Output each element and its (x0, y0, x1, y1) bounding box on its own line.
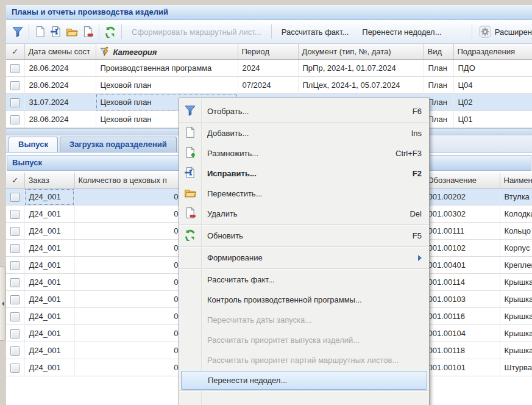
cell-name[interactable]: Крышка (500, 342, 532, 359)
edit-document-icon[interactable] (48, 24, 64, 40)
cell-date[interactable]: 28.06.2024 (24, 60, 96, 77)
cell-designation[interactable]: 001.00116 (424, 308, 500, 325)
cell-order[interactable]: Д24_001 (24, 291, 74, 308)
column-header-designation[interactable]: Обозначение (424, 173, 500, 188)
cell-date[interactable]: 28.06.2024 (24, 77, 96, 94)
cell-qty[interactable]: 0 (74, 257, 183, 274)
cell-qty[interactable]: 0 (74, 188, 183, 206)
menu-item-filter[interactable]: Отобрать...F6 (179, 101, 429, 121)
row-checkbox[interactable] (10, 227, 20, 236)
column-header-period[interactable]: Период (238, 44, 298, 60)
cell-designation[interactable]: 001.00118 (424, 342, 500, 359)
column-header-name[interactable]: Наименование (500, 173, 532, 188)
cell-designation[interactable]: 001.00104 (424, 325, 500, 342)
cell-name[interactable]: Крепление (500, 257, 532, 274)
cell-document[interactable]: ПлЦех, 2024-1, 05.07.2024 (298, 77, 424, 94)
cell-order[interactable]: Д24_001 (24, 240, 74, 257)
column-header-date[interactable]: Дата смены сост (24, 44, 96, 60)
refresh-icon[interactable] (102, 24, 118, 40)
add-document-icon[interactable] (32, 24, 48, 40)
cell-date[interactable]: 28.06.2024 (24, 111, 96, 128)
row-checkbox[interactable] (10, 115, 20, 124)
extended-button[interactable]: Расширен (469, 24, 532, 39)
column-header-division[interactable]: Подразделения (453, 44, 532, 60)
cell-name[interactable]: Штурвал (500, 359, 532, 376)
cell-period[interactable]: 2024 (238, 60, 298, 77)
cell-name[interactable]: Кольцо (500, 223, 532, 240)
cell-name[interactable]: Крышка (500, 291, 532, 308)
menu-item-duplicate[interactable]: Размножить...Ctrl+F3 (179, 143, 429, 163)
cell-designation[interactable]: 001.00102 (424, 240, 500, 257)
cell-order[interactable]: Д24_001 (24, 342, 74, 359)
cell-designation[interactable]: 001.00401 (424, 257, 500, 274)
cell-qty[interactable]: 0 (74, 342, 183, 359)
row-checkbox[interactable] (10, 346, 20, 356)
column-header-kind[interactable]: Вид (424, 44, 453, 60)
column-header-qty[interactable]: Количество в цеховых п (74, 173, 183, 188)
cell-name[interactable]: Корпус (500, 240, 532, 257)
cell-qty[interactable]: 0 (74, 325, 183, 342)
menu-item-move[interactable]: Переместить... (179, 184, 429, 204)
cell-division[interactable]: Ц04 (453, 77, 532, 94)
column-header-check[interactable]: ✓ (6, 44, 24, 60)
row-checkbox[interactable] (10, 364, 20, 373)
menu-item-add[interactable]: Добавить...Ins (179, 123, 429, 143)
cell-qty[interactable]: 0 (74, 206, 183, 223)
cell-order[interactable]: Д24_001 (24, 308, 74, 325)
menu-item-control-production-program[interactable]: Контроль производственной программы... (179, 290, 429, 310)
delete-document-icon[interactable] (80, 24, 96, 40)
cell-name[interactable]: Крышка (500, 308, 532, 325)
cell-order[interactable]: Д24_001 (24, 274, 74, 291)
row-checkbox[interactable] (10, 278, 20, 287)
cell-designation[interactable]: 001.00202 (424, 188, 500, 206)
row-checkbox[interactable] (10, 64, 20, 73)
cell-order[interactable]: Д24_001 (24, 188, 74, 206)
row-checkbox[interactable] (10, 81, 20, 90)
cell-division[interactable]: ПДО (453, 60, 532, 77)
menu-item-carry-over-shortfall[interactable]: Перенести недодел... (181, 371, 427, 390)
cell-designation[interactable]: 001.00302 (424, 206, 500, 223)
cell-kind[interactable]: План (424, 77, 453, 94)
cell-designation[interactable]: 001.00103 (424, 291, 500, 308)
cell-name[interactable]: Крышка (500, 274, 532, 291)
row-checkbox[interactable] (10, 98, 20, 107)
cell-order[interactable]: Д24_001 (24, 206, 74, 223)
cell-qty[interactable]: 0 (74, 359, 183, 376)
cell-designation[interactable]: 001.00101 (424, 359, 500, 376)
row-checkbox[interactable] (10, 193, 20, 202)
carry-over-shortfall-button[interactable]: Перенести недодел... (355, 25, 448, 39)
row-checkbox[interactable] (10, 295, 20, 304)
column-header-check[interactable]: ✓ (6, 173, 24, 188)
column-header-category[interactable]: Категория (96, 44, 238, 60)
cell-division[interactable]: Ц01 (453, 111, 532, 128)
cell-name[interactable]: Колодка (500, 206, 532, 223)
cell-date[interactable]: 31.07.2024 (24, 94, 96, 111)
row-checkbox[interactable] (10, 210, 20, 219)
collapse-panel-splitter[interactable] (0, 267, 6, 341)
cell-name[interactable]: Крышка (500, 325, 532, 342)
cell-order[interactable]: Д24_001 (24, 325, 74, 342)
menu-item-edit[interactable]: Исправить...F2 (179, 163, 429, 184)
cell-period[interactable]: 07/2024 (238, 77, 298, 94)
cell-document[interactable]: ПрПр, 2024-1, 01.07.2024 (298, 60, 424, 77)
tab-vypusk[interactable]: Выпуск (9, 137, 58, 152)
move-folder-icon[interactable] (64, 24, 80, 40)
column-header-document[interactable]: Документ (тип, №, дата) (298, 44, 424, 60)
cell-category[interactable]: Цеховой план (96, 77, 238, 94)
menu-item-calc-fact[interactable]: Рассчитать факт... (179, 270, 429, 290)
cell-qty[interactable]: 0 (74, 308, 183, 325)
menu-item-delete[interactable]: УдалитьDel (179, 204, 429, 224)
cell-name[interactable]: Втулка (500, 188, 532, 206)
tab-zagruzka-podrazdelenij[interactable]: Загрузка подразделений (60, 137, 177, 152)
cell-designation[interactable]: 001.00114 (424, 274, 500, 291)
table-row[interactable]: 28.06.2024Производственная программа2024… (6, 60, 532, 77)
row-checkbox[interactable] (10, 261, 20, 270)
menu-item-refresh[interactable]: ОбновитьF5 (179, 226, 429, 246)
cell-qty[interactable]: 0 (74, 240, 183, 257)
filter-icon[interactable] (10, 24, 26, 40)
row-checkbox[interactable] (10, 329, 20, 339)
cell-kind[interactable]: План (424, 60, 453, 77)
cell-designation[interactable]: 001.00111 (424, 223, 500, 240)
cell-qty[interactable]: 0 (74, 291, 183, 308)
cell-qty[interactable]: 0 (74, 274, 183, 291)
